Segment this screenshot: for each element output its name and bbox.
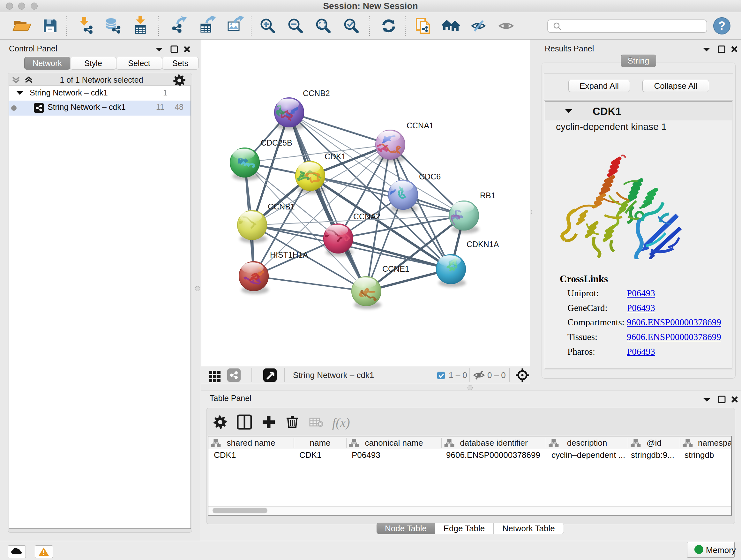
svg-text:canonical name: canonical name [365, 438, 423, 448]
svg-text:CDC6: CDC6 [419, 172, 441, 181]
svg-text:name: name [310, 438, 330, 448]
svg-text:HIST1H1A: HIST1H1A [270, 250, 308, 259]
svg-text:String Network – cdk1: String Network – cdk1 [293, 370, 374, 380]
svg-text:CDC25B: CDC25B [261, 138, 292, 147]
svg-text:RB1: RB1 [480, 191, 495, 200]
svg-text:CDKN1A: CDKN1A [467, 240, 499, 249]
svg-text:1 – 0: 1 – 0 [449, 370, 467, 380]
svg-text:0 – 0: 0 – 0 [487, 370, 506, 380]
svg-text:@id: @id [647, 438, 662, 448]
svg-text:CCNB1: CCNB1 [268, 202, 295, 211]
svg-text:?: ? [718, 19, 725, 32]
svg-text:shared name: shared name [227, 438, 275, 448]
svg-text:CCNA1: CCNA1 [407, 121, 434, 130]
svg-text:namespac: namespac [698, 438, 731, 448]
svg-text:CCNB2: CCNB2 [303, 89, 330, 98]
svg-text:f(x): f(x) [332, 415, 350, 430]
svg-text:CCNA2: CCNA2 [353, 212, 381, 221]
svg-text:description: description [567, 438, 607, 448]
svg-text:CDK1: CDK1 [325, 152, 346, 161]
svg-text:database identifier: database identifier [460, 438, 528, 448]
svg-text:CCNE1: CCNE1 [382, 264, 409, 273]
